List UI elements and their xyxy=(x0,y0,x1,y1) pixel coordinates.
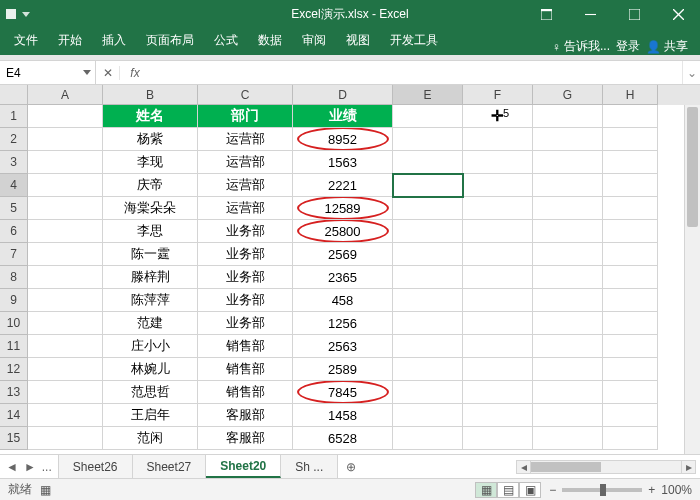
sheet-tab-Sheet26[interactable]: Sheet26 xyxy=(59,455,133,478)
cell-F7[interactable] xyxy=(463,243,533,266)
cell-G6[interactable] xyxy=(533,220,603,243)
cell-F2[interactable] xyxy=(463,128,533,151)
new-sheet-button[interactable]: ⊕ xyxy=(338,455,364,478)
cell-G10[interactable] xyxy=(533,312,603,335)
cell-G12[interactable] xyxy=(533,358,603,381)
cell-E14[interactable] xyxy=(393,404,463,427)
cell-F15[interactable] xyxy=(463,427,533,450)
cell-F10[interactable] xyxy=(463,312,533,335)
cell-H7[interactable] xyxy=(603,243,658,266)
row-header-7[interactable]: 7 xyxy=(0,243,28,266)
row-header-2[interactable]: 2 xyxy=(0,128,28,151)
row-header-10[interactable]: 10 xyxy=(0,312,28,335)
cell-G14[interactable] xyxy=(533,404,603,427)
cell-name[interactable]: 范闲 xyxy=(103,427,198,450)
cell-F1[interactable]: ✛5 xyxy=(463,105,533,128)
ribbon-tab-insert[interactable]: 插入 xyxy=(92,27,136,55)
row-header-11[interactable]: 11 xyxy=(0,335,28,358)
cell-G8[interactable] xyxy=(533,266,603,289)
zoom-out-button[interactable]: − xyxy=(549,483,556,497)
horizontal-scrollbar[interactable]: ◂ ▸ xyxy=(516,460,696,474)
cell-value[interactable]: 1563 xyxy=(293,151,393,174)
ribbon-options-button[interactable] xyxy=(524,0,568,28)
cell-A7[interactable] xyxy=(28,243,103,266)
cell-dept[interactable]: 业务部 xyxy=(198,266,293,289)
header-name[interactable]: 姓名 xyxy=(103,105,198,128)
cell-dept[interactable]: 业务部 xyxy=(198,243,293,266)
vertical-scroll-thumb[interactable] xyxy=(687,107,698,227)
cell-E5[interactable] xyxy=(393,197,463,220)
header-value[interactable]: 业绩 xyxy=(293,105,393,128)
horizontal-scroll-thumb[interactable] xyxy=(531,462,601,472)
cell-H14[interactable] xyxy=(603,404,658,427)
cell-value[interactable]: 2589 xyxy=(293,358,393,381)
cell-E15[interactable] xyxy=(393,427,463,450)
cell-E11[interactable] xyxy=(393,335,463,358)
row-header-15[interactable]: 15 xyxy=(0,427,28,450)
cell-name[interactable]: 杨紫 xyxy=(103,128,198,151)
row-header-8[interactable]: 8 xyxy=(0,266,28,289)
cell-E6[interactable] xyxy=(393,220,463,243)
column-header-A[interactable]: A xyxy=(28,85,103,105)
row-header-5[interactable]: 5 xyxy=(0,197,28,220)
cell-E3[interactable] xyxy=(393,151,463,174)
cell-name[interactable]: 庄小小 xyxy=(103,335,198,358)
cell-A8[interactable] xyxy=(28,266,103,289)
cell-H9[interactable] xyxy=(603,289,658,312)
cell-A10[interactable] xyxy=(28,312,103,335)
cell-H4[interactable] xyxy=(603,174,658,197)
cell-dept[interactable]: 销售部 xyxy=(198,381,293,404)
cell-value[interactable]: 12589 xyxy=(293,197,393,220)
cell-value[interactable]: 2563 xyxy=(293,335,393,358)
column-header-G[interactable]: G xyxy=(533,85,603,105)
vertical-scrollbar[interactable] xyxy=(684,105,700,454)
cell-dept[interactable]: 业务部 xyxy=(198,220,293,243)
ribbon-tab-view[interactable]: 视图 xyxy=(336,27,380,55)
cell-value[interactable]: 6528 xyxy=(293,427,393,450)
cell-H5[interactable] xyxy=(603,197,658,220)
cell-H2[interactable] xyxy=(603,128,658,151)
cell-name[interactable]: 陈一霆 xyxy=(103,243,198,266)
row-header-12[interactable]: 12 xyxy=(0,358,28,381)
cell-dept[interactable]: 运营部 xyxy=(198,151,293,174)
tell-me[interactable]: ♀告诉我... xyxy=(552,38,610,55)
view-page-break-button[interactable]: ▣ xyxy=(519,482,541,498)
ribbon-tab-formulas[interactable]: 公式 xyxy=(204,27,248,55)
cell-E8[interactable] xyxy=(393,266,463,289)
cell-H11[interactable] xyxy=(603,335,658,358)
cell-value[interactable]: 1458 xyxy=(293,404,393,427)
login-link[interactable]: 登录 xyxy=(616,38,640,55)
cell-E12[interactable] xyxy=(393,358,463,381)
cell-A14[interactable] xyxy=(28,404,103,427)
cell-A5[interactable] xyxy=(28,197,103,220)
cell-H15[interactable] xyxy=(603,427,658,450)
minimize-button[interactable] xyxy=(568,0,612,28)
cell-A6[interactable] xyxy=(28,220,103,243)
row-header-9[interactable]: 9 xyxy=(0,289,28,312)
column-header-B[interactable]: B xyxy=(103,85,198,105)
cell-A9[interactable] xyxy=(28,289,103,312)
cell-G11[interactable] xyxy=(533,335,603,358)
cell-name[interactable]: 庆帝 xyxy=(103,174,198,197)
cell-dept[interactable]: 运营部 xyxy=(198,197,293,220)
cell-dept[interactable]: 业务部 xyxy=(198,289,293,312)
cell-value[interactable]: 1256 xyxy=(293,312,393,335)
cell-value[interactable]: 2569 xyxy=(293,243,393,266)
cell-G13[interactable] xyxy=(533,381,603,404)
cell-F14[interactable] xyxy=(463,404,533,427)
cell-name[interactable]: 陈萍萍 xyxy=(103,289,198,312)
sheet-nav-next-icon[interactable]: ► xyxy=(24,460,36,474)
column-header-C[interactable]: C xyxy=(198,85,293,105)
close-button[interactable] xyxy=(656,0,700,28)
cell-A2[interactable] xyxy=(28,128,103,151)
column-header-D[interactable]: D xyxy=(293,85,393,105)
cell-F9[interactable] xyxy=(463,289,533,312)
hscroll-right-icon[interactable]: ▸ xyxy=(681,461,695,473)
ribbon-tab-developer[interactable]: 开发工具 xyxy=(380,27,448,55)
cell-value[interactable]: 25800 xyxy=(293,220,393,243)
sheet-nav-prev-icon[interactable]: ◄ xyxy=(6,460,18,474)
macro-record-icon[interactable]: ▦ xyxy=(40,483,51,497)
ribbon-tab-home[interactable]: 开始 xyxy=(48,27,92,55)
cell-A1[interactable] xyxy=(28,105,103,128)
cell-name[interactable]: 滕梓荆 xyxy=(103,266,198,289)
